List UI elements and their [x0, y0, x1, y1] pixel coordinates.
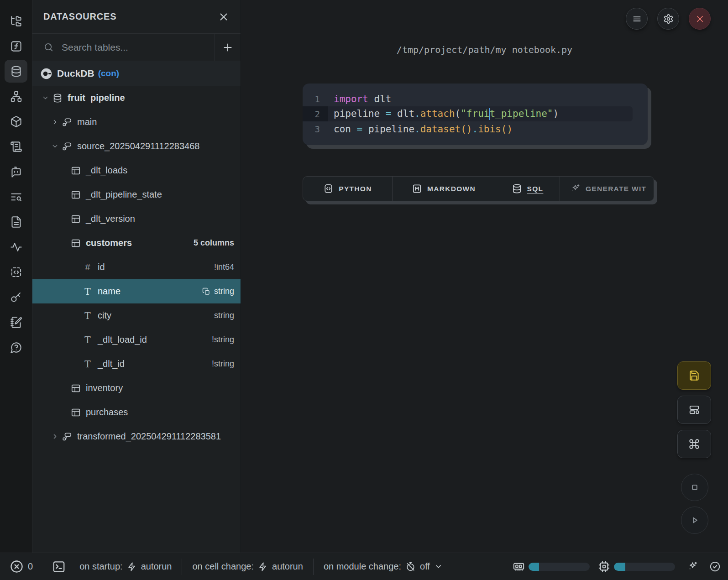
- tree-item-column-id[interactable]: # id !int64: [32, 255, 241, 279]
- tree-item-label: inventory: [86, 383, 123, 393]
- cpu-usage-meter: [614, 563, 675, 571]
- terminal-icon[interactable]: [52, 560, 66, 574]
- tree-item-schema[interactable]: transformed_202504291112283581: [32, 424, 241, 449]
- add-python-cell-button[interactable]: PYTHON: [303, 177, 393, 201]
- notebook-pen-icon: [10, 316, 22, 329]
- string-column-icon: T: [83, 334, 93, 345]
- tree-item-column-dlt-load-id[interactable]: T _dlt_load_id !string: [32, 328, 241, 352]
- rail-item-scratchpad-log[interactable]: [5, 135, 27, 158]
- database-icon: [512, 183, 522, 194]
- code-cell[interactable]: 1 import dlt 2 pipeline = dlt.attach("fr…: [303, 84, 648, 145]
- run-button[interactable]: [681, 507, 708, 534]
- memory-usage-meter: [529, 563, 590, 571]
- window-controls: [626, 8, 711, 30]
- menu-icon: [632, 14, 642, 24]
- on-cell-change-setting[interactable]: on cell change: autorun: [192, 561, 303, 572]
- chevron-down-icon: [51, 142, 59, 150]
- divider: [313, 559, 314, 575]
- settings-button[interactable]: [657, 8, 679, 30]
- schema-icon: [62, 141, 72, 152]
- table-icon: [71, 408, 81, 418]
- save-button[interactable]: [677, 361, 711, 390]
- chevron-down-icon: [42, 94, 49, 102]
- rail-item-documentation[interactable]: [5, 210, 27, 233]
- add-markdown-cell-button[interactable]: MARKDOWN: [393, 177, 495, 201]
- notebook-file-path: /tmp/project/path/my_notebook.py: [241, 44, 728, 55]
- rail-item-datasources[interactable]: [5, 60, 27, 83]
- on-module-change-setting[interactable]: on module change: off: [324, 561, 443, 572]
- rail-item-file-tree[interactable]: [5, 10, 27, 32]
- generate-with-ai-button[interactable]: GENERATE WIT: [560, 177, 654, 201]
- rail-item-snippets[interactable]: [5, 261, 27, 283]
- rail-item-help[interactable]: [5, 336, 27, 359]
- tree-item-column-dlt-id[interactable]: T _dlt_id !string: [32, 352, 241, 376]
- menu-button[interactable]: [626, 8, 648, 30]
- close-panel-icon[interactable]: [218, 11, 230, 23]
- connection-row-duckdb[interactable]: DuckDB (con): [32, 61, 241, 86]
- play-icon: [689, 514, 701, 526]
- rail-item-scratchpad[interactable]: [5, 311, 27, 334]
- on-startup-setting[interactable]: on startup: autorun: [79, 561, 172, 572]
- type-badge: !string: [212, 359, 241, 369]
- save-icon: [688, 370, 700, 381]
- rail-item-secrets[interactable]: [5, 286, 27, 308]
- rail-item-packages[interactable]: [5, 110, 27, 133]
- plus-icon: [222, 42, 234, 53]
- tree-item-table-customers[interactable]: customers 5 columns: [32, 231, 241, 255]
- command-palette-button[interactable]: [677, 430, 711, 458]
- text-search-icon: [10, 191, 22, 203]
- panel-title: DATASOURCES: [43, 11, 218, 22]
- add-sql-cell-button[interactable]: SQL: [495, 177, 560, 201]
- copy-icon[interactable]: [202, 287, 210, 296]
- type-badge: !int64: [214, 262, 241, 272]
- shutdown-button[interactable]: [689, 8, 711, 30]
- table-icon: [71, 166, 81, 176]
- tree-item-column-city[interactable]: T city string: [32, 303, 241, 328]
- duckdb-logo: [40, 68, 52, 80]
- network-icon: [10, 90, 22, 103]
- function-square-icon: [10, 40, 22, 52]
- sparkles-icon[interactable]: [687, 561, 698, 572]
- rail-item-ai-chat[interactable]: [5, 160, 27, 183]
- rail-item-tracebacks[interactable]: [5, 235, 27, 258]
- search-row: [32, 34, 241, 61]
- tree-item-table[interactable]: _dlt_pipeline_state: [32, 183, 241, 207]
- kernel-ok-icon[interactable]: [709, 561, 721, 572]
- add-datasource-button[interactable]: [215, 34, 241, 61]
- tree-item-label: _dlt_id: [98, 359, 125, 369]
- line-number: 3: [303, 124, 328, 134]
- rail-item-logs[interactable]: [5, 185, 27, 208]
- connection-name: DuckDB: [57, 68, 94, 79]
- datasources-header: DATASOURCES: [32, 0, 241, 34]
- search-input[interactable]: [54, 42, 215, 53]
- tree-item-label: fruit_pipeline: [68, 93, 125, 103]
- file-tree-icon: [10, 15, 22, 27]
- table-icon: [71, 190, 81, 200]
- snippets-icon: [10, 266, 22, 278]
- table-icon: [71, 214, 81, 224]
- layout-icon: [688, 404, 700, 416]
- int-column-icon: #: [83, 262, 93, 272]
- tree-item-table[interactable]: inventory: [32, 376, 241, 400]
- errors-icon[interactable]: [10, 559, 24, 574]
- tree-item-table[interactable]: _dlt_loads: [32, 158, 241, 183]
- schema-icon: [62, 117, 72, 127]
- tree-item-schema[interactable]: source_202504291112283468: [32, 134, 241, 158]
- tree-item-database[interactable]: fruit_pipeline: [32, 86, 241, 110]
- line-number: 2: [303, 106, 328, 121]
- tree-item-column-name-selected[interactable]: T name string: [32, 279, 241, 303]
- activity-icon: [10, 241, 22, 253]
- tree-item-table[interactable]: _dlt_version: [32, 207, 241, 231]
- code-square-icon: [323, 183, 334, 194]
- close-icon: [695, 14, 705, 24]
- chevron-right-icon: [51, 433, 59, 440]
- string-column-icon: T: [83, 359, 93, 370]
- tree-item-table[interactable]: purchases: [32, 400, 241, 424]
- file-text-icon: [10, 216, 22, 228]
- layout-toggle-button[interactable]: [677, 396, 711, 424]
- rail-item-dependencies[interactable]: [5, 85, 27, 108]
- rail-item-variables[interactable]: [5, 35, 27, 57]
- stop-kernel-button[interactable]: [681, 474, 708, 501]
- tree-item-schema[interactable]: main: [32, 110, 241, 134]
- string-column-icon: T: [83, 286, 93, 297]
